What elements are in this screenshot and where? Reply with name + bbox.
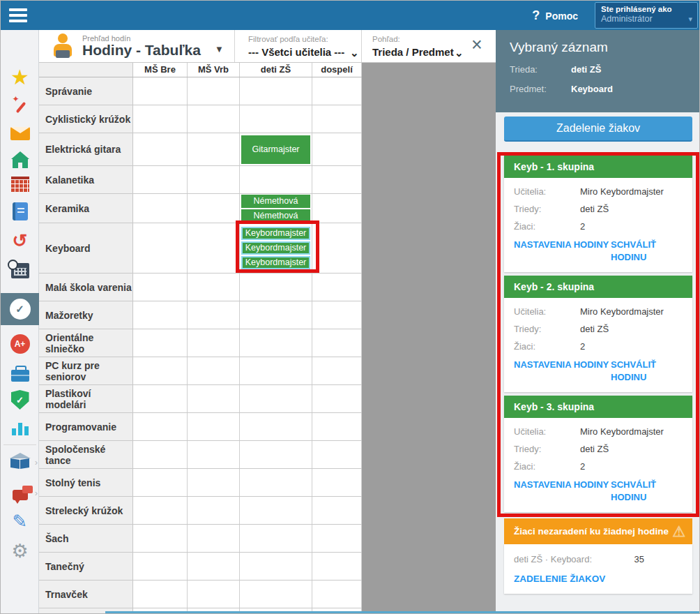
table-cell[interactable] xyxy=(188,223,240,273)
cell-deti-zs[interactable] xyxy=(240,413,312,440)
cell-deti-zs[interactable] xyxy=(240,525,312,552)
lesson-entry[interactable]: Keybordmajster xyxy=(241,227,310,240)
cell-deti-zs[interactable] xyxy=(240,385,312,412)
page-title-dropdown[interactable]: Hodiny - Tabuľka xyxy=(82,42,201,59)
lesson-settings-link[interactable]: NASTAVENIA HODINY xyxy=(514,479,611,503)
table-cell[interactable] xyxy=(188,413,240,440)
sidebar-item-editor[interactable]: ✎ xyxy=(1,512,39,530)
table-cell[interactable] xyxy=(312,194,362,223)
approve-lesson-link[interactable]: SCHVÁLIŤ HODINU xyxy=(611,359,680,383)
cell-deti-zs[interactable]: Gitarmajster xyxy=(240,133,312,165)
sidebar-item-classbook[interactable] xyxy=(1,202,39,220)
table-cell[interactable] xyxy=(312,105,362,133)
table-cell[interactable] xyxy=(133,329,188,357)
sidebar-item-substitution[interactable]: ↺ xyxy=(1,232,39,250)
sidebar-item-timetable[interactable] xyxy=(1,177,39,192)
table-cell[interactable] xyxy=(133,497,188,524)
assign-students-button[interactable]: Zadelenie žiakov xyxy=(504,117,692,142)
table-cell[interactable] xyxy=(312,133,362,165)
table-cell[interactable] xyxy=(312,77,362,105)
table-cell[interactable] xyxy=(188,385,240,412)
table-cell[interactable] xyxy=(133,413,188,440)
cell-deti-zs[interactable] xyxy=(240,357,312,384)
table-cell[interactable] xyxy=(133,441,188,468)
table-cell[interactable] xyxy=(188,581,240,608)
table-cell[interactable] xyxy=(188,469,240,496)
table-cell[interactable] xyxy=(133,385,188,412)
table-cell[interactable] xyxy=(133,357,188,384)
caret-down-icon[interactable]: ▼ xyxy=(215,44,224,54)
cell-deti-zs[interactable] xyxy=(240,329,312,357)
cell-deti-zs[interactable] xyxy=(240,497,312,524)
sidebar-item-favorites[interactable]: ★ xyxy=(1,67,39,88)
help-button[interactable]: ? Pomoc xyxy=(532,8,578,23)
teacher-filter-dropdown[interactable]: --- Všetci učitelia --- xyxy=(248,46,344,58)
table-cell[interactable] xyxy=(188,105,240,133)
table-cell[interactable] xyxy=(312,469,362,496)
approve-lesson-link[interactable]: SCHVÁLIŤ HODINU xyxy=(611,479,680,503)
table-cell[interactable] xyxy=(188,553,240,580)
table-cell[interactable] xyxy=(312,553,362,580)
table-cell[interactable] xyxy=(188,497,240,524)
lesson-entry[interactable]: Gitarmajster xyxy=(241,135,310,164)
table-cell[interactable] xyxy=(133,223,188,273)
cell-deti-zs[interactable] xyxy=(240,469,312,496)
lesson-settings-link[interactable]: NASTAVENIA HODINY xyxy=(514,359,611,383)
table-cell[interactable] xyxy=(133,105,188,133)
table-cell[interactable] xyxy=(312,525,362,552)
table-cell[interactable] xyxy=(312,385,362,412)
table-cell[interactable] xyxy=(188,77,240,105)
table-cell[interactable] xyxy=(133,194,188,223)
sidebar-item-calendar[interactable] xyxy=(1,263,39,278)
sidebar-item-admin[interactable]: ✓ xyxy=(1,390,39,410)
lesson-entry[interactable]: Némethová xyxy=(241,195,310,208)
table-cell[interactable] xyxy=(188,166,240,193)
lesson-entry[interactable]: Keybordmajster xyxy=(241,256,310,269)
cell-deti-zs[interactable] xyxy=(240,441,312,468)
table-cell[interactable] xyxy=(312,581,362,608)
chevron-down-icon[interactable]: ⌄ xyxy=(350,47,359,59)
table-cell[interactable] xyxy=(312,441,362,468)
chevron-down-icon[interactable]: ⌄ xyxy=(455,47,464,59)
table-cell[interactable] xyxy=(188,441,240,468)
sidebar-item-library[interactable]: › xyxy=(1,454,39,470)
sidebar-item-grades[interactable]: A+ xyxy=(1,334,39,354)
table-cell[interactable] xyxy=(133,274,188,301)
table-cell[interactable] xyxy=(312,497,362,524)
lesson-entry[interactable]: Keybordmajster xyxy=(241,241,310,255)
table-cell[interactable] xyxy=(188,133,240,165)
hamburger-menu-icon[interactable] xyxy=(9,8,27,22)
table-cell[interactable] xyxy=(188,301,240,329)
table-cell[interactable] xyxy=(188,525,240,552)
cell-deti-zs[interactable] xyxy=(240,581,312,608)
cell-deti-zs[interactable] xyxy=(240,166,312,193)
cell-deti-zs[interactable] xyxy=(240,553,312,580)
cell-deti-zs[interactable]: NémethováNémethová xyxy=(240,194,312,223)
view-dropdown[interactable]: Trieda / Predmet xyxy=(372,46,454,58)
table-cell[interactable] xyxy=(133,301,188,329)
table-cell[interactable] xyxy=(188,194,240,223)
horizontal-scrollbar[interactable] xyxy=(105,611,700,613)
lesson-entry[interactable]: Némethová xyxy=(241,209,310,223)
approve-lesson-link[interactable]: SCHVÁLIŤ HODINU xyxy=(611,239,680,263)
sidebar-item-statistics[interactable] xyxy=(1,422,39,435)
cell-deti-zs[interactable] xyxy=(240,105,312,133)
close-icon[interactable]: × xyxy=(471,34,482,56)
cell-deti-zs[interactable] xyxy=(240,301,312,329)
table-cell[interactable] xyxy=(188,357,240,384)
table-cell[interactable] xyxy=(312,329,362,357)
table-cell[interactable] xyxy=(312,166,362,193)
table-cell[interactable] xyxy=(133,77,188,105)
table-cell[interactable] xyxy=(133,133,188,165)
table-cell[interactable] xyxy=(188,274,240,301)
table-cell[interactable] xyxy=(312,223,362,273)
sidebar-item-communication[interactable]: › xyxy=(1,485,39,500)
cell-deti-zs[interactable]: KeybordmajsterKeybordmajsterKeybordmajst… xyxy=(240,223,312,273)
table-cell[interactable] xyxy=(133,166,188,193)
table-cell[interactable] xyxy=(133,581,188,608)
logged-in-user-dropdown[interactable]: Ste prihlásený ako Administrátor ▾ xyxy=(595,2,698,29)
cell-deti-zs[interactable] xyxy=(240,77,312,105)
table-cell[interactable] xyxy=(133,469,188,496)
assign-students-link[interactable]: ZADELENIE ŽIAKOV xyxy=(514,574,683,584)
cell-deti-zs[interactable] xyxy=(240,274,312,301)
